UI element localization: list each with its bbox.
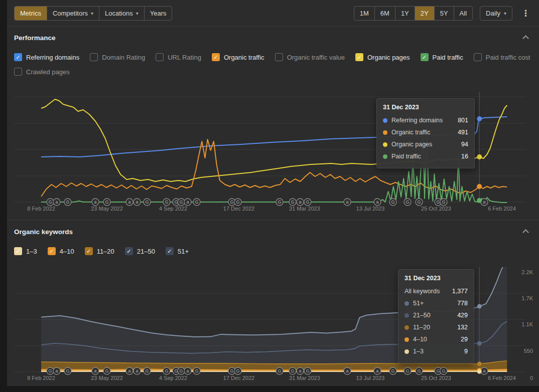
checkbox-paid-traffic[interactable]: ✓Paid traffic [421,53,463,61]
view-tab-years[interactable]: Years [144,7,172,20]
event-marker-G-icon[interactable]: G [416,199,423,206]
checkbox-organic-traffic-value[interactable]: Organic traffic value [275,53,345,61]
collapse-performance-icon[interactable] [523,35,528,40]
checkbox-paid-traffic-cost[interactable]: Paid traffic cost [474,53,530,61]
checkbox-label: URL Rating [168,54,201,61]
tooltip-row-11-20: 11–20132 [405,321,468,333]
event-marker-a-icon[interactable]: a [344,199,351,206]
event-marker-a-icon[interactable]: a [126,367,133,374]
range-tab-6m[interactable]: 6M [374,7,395,20]
svg-text:G: G [49,368,52,373]
svg-text:G: G [306,368,309,373]
event-marker-G-icon[interactable]: G [440,367,447,374]
keywords-chart-x-axis: 8 Feb 202223 May 20224 Sep 202217 Dec 20… [14,375,526,382]
event-marker-G-icon[interactable]: G [304,367,311,374]
event-marker-G-icon[interactable]: G [304,199,311,206]
tooltip-series-value: 94 [461,141,468,148]
event-marker-G-icon[interactable]: G [389,367,396,374]
view-tab-competitors[interactable]: Competitors▾ [47,7,99,20]
tooltip-series-value: 801 [458,117,468,124]
event-marker-a-icon[interactable]: a [184,367,191,374]
range-tab-1y[interactable]: 1Y [395,7,415,20]
kebab-menu-icon[interactable]: ⋮ [519,7,532,20]
event-marker-G-icon[interactable]: G [276,367,283,374]
checkbox-organic-pages[interactable]: ✓Organic pages [355,53,410,61]
x-axis-date-label: 6 Feb 2024 [488,375,516,381]
event-marker-G-icon[interactable]: G [289,367,296,374]
checkbox-51[interactable]: ✓51+ [166,247,189,255]
range-tab-5y[interactable]: 5Y [434,7,454,20]
range-tab-1m[interactable]: 1M [354,7,374,20]
y-axis-label: 2.2K [521,269,533,275]
checkbox-domain-rating[interactable]: Domain Rating [90,53,145,61]
svg-text:a: a [128,368,131,373]
event-marker-G-icon[interactable]: G [103,367,110,374]
checkbox-url-rating[interactable]: URL Rating [156,53,201,61]
event-marker-a-icon[interactable]: a [92,367,99,374]
event-marker-a-icon[interactable]: a [297,199,304,206]
event-marker-G-icon[interactable]: G [47,199,54,206]
checkbox-11-20[interactable]: ✓11–20 [85,247,114,255]
checkbox-organic-traffic[interactable]: ✓Organic traffic [212,53,264,61]
event-marker-G-icon[interactable]: G [47,367,54,374]
event-marker-G-icon[interactable]: G [193,367,200,374]
event-marker-a-icon[interactable]: a [297,367,304,374]
view-tab-metrics[interactable]: Metrics [15,7,47,20]
event-marker-G-icon[interactable]: G [404,367,411,374]
event-marker-G-icon[interactable]: G [289,199,296,206]
event-marker-a-icon[interactable]: a [184,199,191,206]
event-marker-G-icon[interactable]: G [163,199,170,206]
event-marker-G-icon[interactable]: G [193,199,200,206]
event-marker-a-icon[interactable]: a [53,367,60,374]
range-tab-label: 1Y [401,7,409,20]
event-marker-a-icon[interactable]: a [344,367,351,374]
event-marker-a-icon[interactable]: a [133,199,141,206]
checkbox-21-50[interactable]: ✓21–50 [125,247,155,255]
event-marker-G-icon[interactable]: G [416,367,423,374]
event-marker-G-icon[interactable]: G [276,199,283,206]
checkbox-crawled-pages[interactable]: Crawled pages [14,68,70,76]
view-segmented-control: MetricsCompetitors▾Locations▾Years [14,6,172,21]
view-tab-label: Competitors [53,7,88,20]
event-marker-G-icon[interactable]: G [178,199,185,206]
event-marker-G-icon[interactable]: G [234,367,241,374]
view-tab-locations[interactable]: Locations▾ [99,7,144,20]
event-marker-G-icon[interactable]: G [163,367,170,374]
checkbox-1-3[interactable]: ✓1–3 [14,247,37,255]
event-marker-a-icon[interactable]: a [481,199,488,206]
event-marker-G-icon[interactable]: G [178,367,185,374]
view-tab-label: Years [150,7,167,20]
event-marker-G-icon[interactable]: G [64,367,71,374]
event-marker-a-icon[interactable]: a [374,199,381,206]
svg-text:a: a [136,368,138,373]
checkbox-4-10[interactable]: ✓4–10 [48,247,74,255]
collapse-keywords-icon[interactable] [523,229,528,234]
tooltip-series-label: Organic traffic [391,129,454,136]
tooltip-date-title: 31 Dec 2023 [405,275,468,282]
event-marker-G-icon[interactable]: G [389,199,396,206]
unchecked-checkbox-icon [156,53,164,61]
svg-text:G: G [291,200,294,205]
tooltip-row-organic-traffic: Organic traffic491 [383,126,468,138]
checkbox-referring-domains[interactable]: ✓Referring domains [14,53,79,61]
event-marker-a-icon[interactable]: a [481,367,488,374]
checkbox-label: Domain Rating [102,54,145,61]
range-tab-2y[interactable]: 2Y [415,7,434,20]
event-marker-G-icon[interactable]: G [234,199,241,206]
event-marker-a-icon[interactable]: a [126,199,133,206]
event-marker-a-icon[interactable]: a [53,199,60,206]
svg-text:G: G [442,200,445,205]
event-marker-G-icon[interactable]: G [440,199,447,206]
event-marker-a-icon[interactable]: a [133,367,141,374]
event-marker-G-icon[interactable]: G [144,199,151,206]
event-marker-a-icon[interactable]: a [374,367,381,374]
event-marker-G-icon[interactable]: G [144,367,151,374]
event-marker-G-icon[interactable]: G [64,199,71,206]
tooltip-row-4-10: 4–1029 [405,333,468,345]
granularity-dropdown[interactable]: Daily ▾ [480,6,512,21]
event-marker-G-icon[interactable]: G [404,199,411,206]
range-tab-all[interactable]: All [454,7,472,20]
event-marker-a-icon[interactable]: a [92,199,99,206]
svg-text:G: G [391,200,394,205]
event-marker-G-icon[interactable]: G [103,199,110,206]
